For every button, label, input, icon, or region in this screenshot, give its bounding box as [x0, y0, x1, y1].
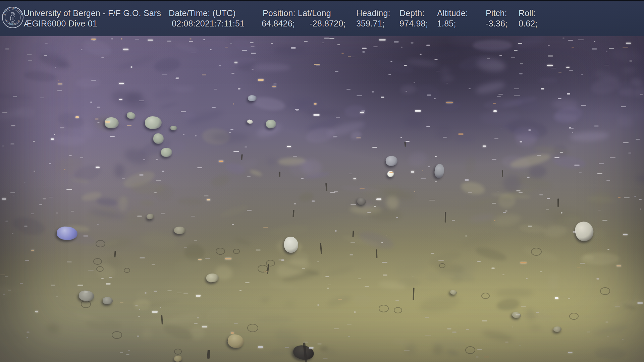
sediment-mottle — [211, 132, 249, 142]
marine-snow-particle — [126, 354, 129, 355]
sediment-mottle — [85, 317, 122, 331]
marine-snow-particle — [273, 83, 277, 84]
marine-snow-particle — [120, 302, 123, 303]
marine-snow-particle — [162, 74, 167, 75]
sediment-mottle — [269, 344, 293, 357]
marine-snow-particle — [452, 220, 455, 221]
marine-snow-particle — [49, 197, 53, 197]
sediment-mottle — [474, 245, 508, 263]
sediment-mottle — [481, 329, 514, 342]
marine-snow-particle — [494, 220, 495, 221]
marine-snow-particle — [518, 43, 522, 44]
marine-snow-particle — [512, 326, 513, 327]
marine-snow-particle — [5, 221, 8, 222]
marine-snow-particle — [122, 178, 125, 179]
stone — [247, 119, 253, 124]
marine-snow-bright-particle — [105, 121, 110, 123]
marine-snow-particle — [95, 118, 99, 120]
marine-snow-bright-particle — [520, 262, 527, 263]
marine-snow-particle — [505, 342, 508, 343]
sediment-mottle — [403, 114, 423, 129]
marine-snow-particle — [325, 276, 329, 277]
marine-snow-particle — [540, 271, 542, 272]
marine-snow-particle — [64, 169, 65, 170]
marine-snow-particle — [301, 178, 304, 179]
sediment-mottle — [49, 39, 86, 51]
marine-snow-particle — [263, 227, 268, 228]
marine-snow-particle — [346, 89, 351, 90]
sediment-mottle — [616, 114, 635, 129]
burrow-hole — [439, 263, 445, 268]
marine-snow-particle — [128, 350, 130, 351]
marine-snow-particle — [516, 314, 520, 315]
burrow-hole — [93, 258, 102, 265]
marine-snow-particle — [349, 174, 352, 174]
marine-snow-bright-particle — [555, 297, 558, 299]
sediment-mottle — [592, 323, 629, 338]
marine-snow-particle — [44, 55, 47, 56]
rov-video-frame: UNIVERSITAS BERGENSIS University — [0, 0, 644, 362]
marine-snow-particle — [256, 249, 261, 251]
marine-snow-particle — [469, 88, 471, 89]
marine-snow-particle — [624, 197, 630, 198]
marine-snow-particle — [81, 49, 83, 50]
position-label: Position: Lat/Long — [263, 8, 331, 18]
marine-snow-particle — [394, 41, 399, 43]
marine-snow-particle — [137, 216, 142, 217]
stone — [174, 227, 185, 234]
marine-snow-particle — [191, 53, 196, 53]
marine-snow-particle — [197, 64, 200, 64]
sediment-mottle — [460, 180, 486, 196]
marine-snow-bright-particle — [379, 39, 386, 41]
marine-snow-particle — [357, 95, 362, 96]
marine-snow-bright-particle — [415, 110, 421, 112]
marine-snow-particle — [521, 306, 526, 307]
marine-snow-bright-particle — [258, 79, 264, 81]
marine-snow-particle — [642, 330, 643, 330]
marine-snow-particle — [13, 96, 17, 97]
marine-snow-particle — [97, 224, 99, 225]
marine-snow-particle — [58, 80, 59, 81]
marine-snow-particle — [388, 74, 391, 75]
marine-snow-particle — [362, 51, 365, 53]
sediment-mottle — [468, 214, 496, 223]
burrow-hole — [379, 305, 389, 312]
marine-snow-particle — [10, 143, 14, 144]
worm-tube — [445, 212, 446, 223]
marine-snow-particle — [28, 60, 32, 61]
marine-snow-bright-particle — [234, 62, 237, 63]
marine-snow-particle — [139, 309, 140, 310]
marine-snow-particle — [482, 320, 487, 321]
marine-snow-particle — [435, 156, 437, 157]
marine-snow-particle — [514, 50, 518, 51]
marine-snow-particle — [628, 153, 631, 154]
sediment-mottle — [153, 56, 181, 74]
marine-snow-particle — [247, 176, 251, 177]
marine-snow-bright-particle — [376, 198, 381, 200]
marine-snow-particle — [558, 98, 561, 99]
marine-snow-particle — [511, 57, 515, 58]
roll-label: Roll: — [519, 8, 536, 18]
marine-snow-particle — [351, 242, 355, 243]
marine-snow-particle — [67, 261, 72, 262]
sediment-mottle — [266, 157, 277, 167]
marine-snow-particle — [330, 192, 335, 193]
marine-snow-particle — [66, 189, 72, 190]
burrow-hole — [600, 287, 610, 295]
datetime-value: 02:08:2021:7:11:51 — [172, 19, 245, 28]
marine-snow-particle — [194, 323, 198, 324]
marine-snow-particle — [303, 342, 308, 343]
marine-snow-particle — [431, 253, 434, 254]
marine-snow-particle — [573, 231, 576, 233]
marine-snow-particle — [26, 331, 30, 333]
marine-snow-particle — [580, 263, 585, 264]
marine-snow-particle — [528, 129, 531, 131]
marine-snow-particle — [167, 290, 172, 291]
marine-snow-particle — [264, 271, 268, 272]
marine-snow-particle — [505, 210, 507, 212]
marine-snow-particle — [137, 336, 139, 337]
marine-snow-particle — [434, 59, 438, 60]
marine-snow-particle — [127, 125, 131, 126]
sediment-mottle — [160, 102, 178, 110]
marine-snow-particle — [558, 72, 561, 73]
